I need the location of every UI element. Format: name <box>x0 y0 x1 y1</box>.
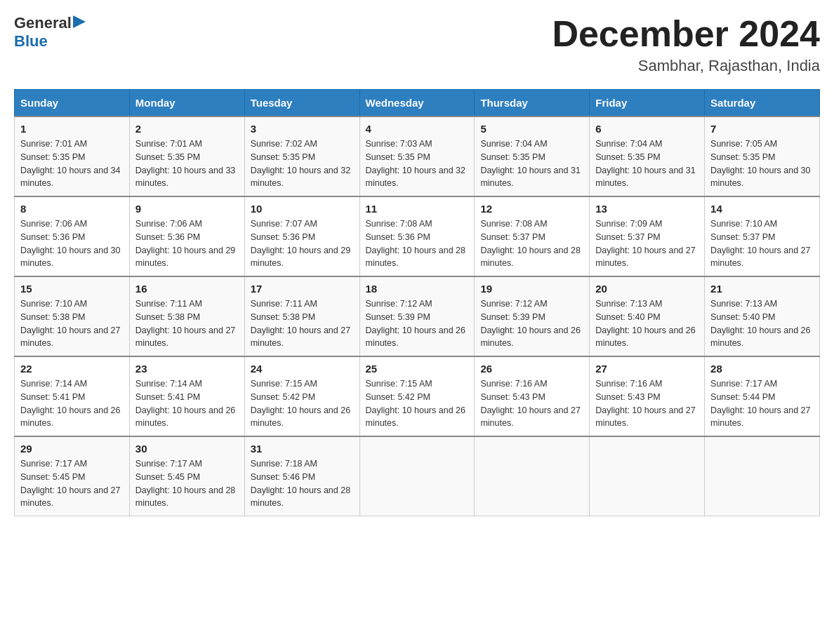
sunrise-text: Sunrise: 7:13 AM <box>710 297 814 311</box>
sunset-text: Sunset: 5:39 PM <box>366 311 469 324</box>
day-number: 23 <box>135 363 239 375</box>
sunrise-text: Sunrise: 7:15 AM <box>251 377 354 391</box>
calendar-cell: 18 Sunrise: 7:12 AM Sunset: 5:39 PM Dayl… <box>359 276 475 356</box>
day-number: 25 <box>366 363 469 375</box>
title-section: December 2024 Sambhar, Rajasthan, India <box>552 14 820 75</box>
day-header-monday: Monday <box>129 90 244 117</box>
calendar-cell: 10 Sunrise: 7:07 AM Sunset: 5:36 PM Dayl… <box>244 196 359 276</box>
day-number: 9 <box>135 203 239 215</box>
calendar-cell: 8 Sunrise: 7:06 AM Sunset: 5:36 PM Dayli… <box>15 196 130 276</box>
week-row-1: 1 Sunrise: 7:01 AM Sunset: 5:35 PM Dayli… <box>15 116 820 196</box>
calendar-cell: 17 Sunrise: 7:11 AM Sunset: 5:38 PM Dayl… <box>244 276 359 356</box>
day-number: 18 <box>366 283 469 295</box>
calendar-cell <box>475 436 590 516</box>
sunrise-text: Sunrise: 7:13 AM <box>595 297 699 311</box>
day-number: 15 <box>20 283 124 295</box>
day-info: Sunrise: 7:09 AM Sunset: 5:37 PM Dayligh… <box>595 217 699 270</box>
logo-blue-text: Blue <box>14 32 87 51</box>
daylight-text: Daylight: 10 hours and 26 minutes. <box>710 324 814 351</box>
day-header-friday: Friday <box>590 90 705 117</box>
sunset-text: Sunset: 5:45 PM <box>20 471 124 484</box>
sunset-text: Sunset: 5:35 PM <box>595 151 699 164</box>
day-info: Sunrise: 7:17 AM Sunset: 5:45 PM Dayligh… <box>20 457 124 510</box>
day-info: Sunrise: 7:14 AM Sunset: 5:41 PM Dayligh… <box>20 377 124 430</box>
daylight-text: Daylight: 10 hours and 29 minutes. <box>135 244 239 271</box>
calendar-cell: 2 Sunrise: 7:01 AM Sunset: 5:35 PM Dayli… <box>129 116 244 196</box>
day-number: 5 <box>480 123 583 135</box>
daylight-text: Daylight: 10 hours and 32 minutes. <box>251 164 354 191</box>
sunset-text: Sunset: 5:36 PM <box>20 231 124 244</box>
daylight-text: Daylight: 10 hours and 26 minutes. <box>595 324 699 351</box>
day-info: Sunrise: 7:11 AM Sunset: 5:38 PM Dayligh… <box>135 297 239 350</box>
calendar-cell: 20 Sunrise: 7:13 AM Sunset: 5:40 PM Dayl… <box>590 276 705 356</box>
day-info: Sunrise: 7:15 AM Sunset: 5:42 PM Dayligh… <box>366 377 469 430</box>
day-info: Sunrise: 7:10 AM Sunset: 5:38 PM Dayligh… <box>20 297 124 350</box>
day-info: Sunrise: 7:04 AM Sunset: 5:35 PM Dayligh… <box>480 137 583 190</box>
calendar-cell: 22 Sunrise: 7:14 AM Sunset: 5:41 PM Dayl… <box>15 356 130 436</box>
day-number: 16 <box>135 283 239 295</box>
day-info: Sunrise: 7:08 AM Sunset: 5:36 PM Dayligh… <box>366 217 469 270</box>
day-number: 30 <box>135 443 239 455</box>
sunset-text: Sunset: 5:35 PM <box>135 151 239 164</box>
day-number: 2 <box>135 123 239 135</box>
daylight-text: Daylight: 10 hours and 28 minutes. <box>366 244 469 271</box>
daylight-text: Daylight: 10 hours and 31 minutes. <box>480 164 583 191</box>
sunrise-text: Sunrise: 7:06 AM <box>135 217 239 231</box>
daylight-text: Daylight: 10 hours and 26 minutes. <box>366 324 469 351</box>
day-info: Sunrise: 7:17 AM Sunset: 5:45 PM Dayligh… <box>135 457 239 510</box>
calendar-cell: 13 Sunrise: 7:09 AM Sunset: 5:37 PM Dayl… <box>590 196 705 276</box>
calendar-cell: 4 Sunrise: 7:03 AM Sunset: 5:35 PM Dayli… <box>359 116 475 196</box>
sunrise-text: Sunrise: 7:09 AM <box>595 217 699 231</box>
day-number: 4 <box>366 123 469 135</box>
calendar-cell: 19 Sunrise: 7:12 AM Sunset: 5:39 PM Dayl… <box>475 276 590 356</box>
sunrise-text: Sunrise: 7:14 AM <box>20 377 124 391</box>
day-info: Sunrise: 7:01 AM Sunset: 5:35 PM Dayligh… <box>20 137 124 190</box>
calendar-cell: 12 Sunrise: 7:08 AM Sunset: 5:37 PM Dayl… <box>475 196 590 276</box>
calendar-cell: 26 Sunrise: 7:16 AM Sunset: 5:43 PM Dayl… <box>475 356 590 436</box>
sunset-text: Sunset: 5:41 PM <box>20 391 124 404</box>
sunset-text: Sunset: 5:37 PM <box>480 231 583 244</box>
day-info: Sunrise: 7:13 AM Sunset: 5:40 PM Dayligh… <box>710 297 814 350</box>
day-info: Sunrise: 7:16 AM Sunset: 5:43 PM Dayligh… <box>595 377 699 430</box>
location-title: Sambhar, Rajasthan, India <box>552 57 820 75</box>
daylight-text: Daylight: 10 hours and 29 minutes. <box>251 244 354 271</box>
day-number: 11 <box>366 203 469 215</box>
day-info: Sunrise: 7:11 AM Sunset: 5:38 PM Dayligh… <box>251 297 354 350</box>
daylight-text: Daylight: 10 hours and 27 minutes. <box>251 324 354 351</box>
sunrise-text: Sunrise: 7:18 AM <box>251 457 354 471</box>
sunset-text: Sunset: 5:35 PM <box>710 151 814 164</box>
day-info: Sunrise: 7:08 AM Sunset: 5:37 PM Dayligh… <box>480 217 583 270</box>
calendar-cell: 21 Sunrise: 7:13 AM Sunset: 5:40 PM Dayl… <box>705 276 820 356</box>
sunrise-text: Sunrise: 7:04 AM <box>480 137 583 151</box>
sunrise-text: Sunrise: 7:12 AM <box>366 297 469 311</box>
sunset-text: Sunset: 5:43 PM <box>480 391 583 404</box>
calendar-cell: 23 Sunrise: 7:14 AM Sunset: 5:41 PM Dayl… <box>129 356 244 436</box>
calendar-cell: 29 Sunrise: 7:17 AM Sunset: 5:45 PM Dayl… <box>15 436 130 516</box>
day-number: 31 <box>251 443 354 455</box>
day-info: Sunrise: 7:15 AM Sunset: 5:42 PM Dayligh… <box>251 377 354 430</box>
sunrise-text: Sunrise: 7:16 AM <box>480 377 583 391</box>
sunrise-text: Sunrise: 7:16 AM <box>595 377 699 391</box>
calendar-cell: 28 Sunrise: 7:17 AM Sunset: 5:44 PM Dayl… <box>705 356 820 436</box>
calendar-cell: 25 Sunrise: 7:15 AM Sunset: 5:42 PM Dayl… <box>359 356 475 436</box>
sunset-text: Sunset: 5:45 PM <box>135 471 239 484</box>
daylight-text: Daylight: 10 hours and 26 minutes. <box>480 324 583 351</box>
sunrise-text: Sunrise: 7:08 AM <box>480 217 583 231</box>
sunrise-text: Sunrise: 7:05 AM <box>710 137 814 151</box>
logo-general-text: General <box>14 14 72 32</box>
day-header-wednesday: Wednesday <box>359 90 475 117</box>
day-number: 14 <box>710 203 814 215</box>
day-number: 6 <box>595 123 699 135</box>
daylight-text: Daylight: 10 hours and 27 minutes. <box>480 404 583 431</box>
day-number: 1 <box>20 123 124 135</box>
sunrise-text: Sunrise: 7:14 AM <box>135 377 239 391</box>
daylight-text: Daylight: 10 hours and 32 minutes. <box>366 164 469 191</box>
daylight-text: Daylight: 10 hours and 27 minutes. <box>710 404 814 431</box>
sunset-text: Sunset: 5:37 PM <box>710 231 814 244</box>
sunset-text: Sunset: 5:42 PM <box>366 391 469 404</box>
day-info: Sunrise: 7:01 AM Sunset: 5:35 PM Dayligh… <box>135 137 239 190</box>
sunset-text: Sunset: 5:36 PM <box>366 231 469 244</box>
sunset-text: Sunset: 5:36 PM <box>251 231 354 244</box>
sunset-text: Sunset: 5:46 PM <box>251 471 354 484</box>
week-row-5: 29 Sunrise: 7:17 AM Sunset: 5:45 PM Dayl… <box>15 436 820 516</box>
